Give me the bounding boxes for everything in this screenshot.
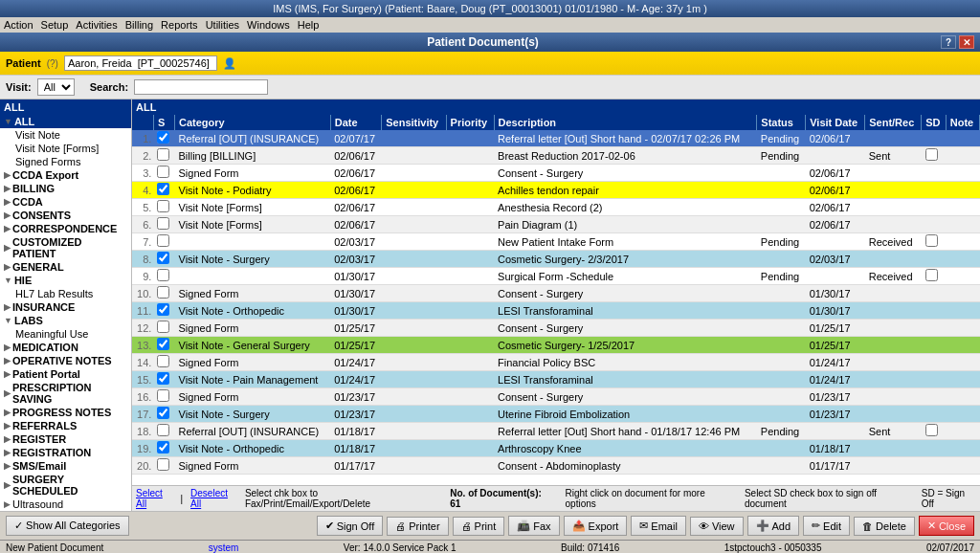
email-button[interactable]: ✉ Email (631, 516, 686, 536)
row-sd-checkbox[interactable] (922, 371, 947, 388)
row-s-checkbox[interactable] (153, 320, 174, 337)
col-status[interactable]: Status (757, 115, 806, 130)
print-button[interactable]: 🖨 Print (453, 517, 505, 536)
menu-billing[interactable]: Billing (125, 19, 153, 31)
menu-reports[interactable]: Reports (161, 19, 198, 31)
sidebar-item-general[interactable]: ▶ GENERAL (0, 260, 131, 274)
sidebar-item-referrals[interactable]: ▶ REFERRALS (0, 419, 131, 432)
row-s-checkbox[interactable] (153, 216, 174, 233)
sidebar-item-medication[interactable]: ▶ MEDICATION (0, 341, 131, 354)
sidebar-item-visit-note-forms[interactable]: Visit Note [Forms] (0, 142, 131, 155)
col-sensitivity[interactable]: Sensitivity (382, 115, 446, 130)
menu-activities[interactable]: Activities (76, 19, 117, 31)
table-row[interactable]: 11.Visit Note - Orthopedic01/30/17LESI T… (132, 302, 980, 320)
row-s-checkbox[interactable] (153, 130, 174, 147)
row-s-checkbox[interactable] (153, 371, 174, 388)
col-visit-date[interactable]: Visit Date (806, 115, 865, 130)
sidebar-item-patient-portal[interactable]: ▶ Patient Portal (0, 367, 131, 381)
sidebar-item-hie[interactable]: ▼ HIE (0, 274, 131, 287)
menu-utilities[interactable]: Utilities (206, 19, 239, 31)
row-sd-checkbox[interactable] (922, 302, 947, 320)
sidebar-item-customized[interactable]: ▶ CUSTOMIZED PATIENT (0, 235, 131, 260)
menu-windows[interactable]: Windows (247, 19, 290, 31)
row-s-checkbox[interactable] (153, 388, 174, 406)
menu-help[interactable]: Help (298, 19, 320, 31)
sidebar-item-billing[interactable]: ▶ BILLING (0, 182, 131, 195)
table-row[interactable]: 3.Signed Form02/06/17Consent - Surgery02… (132, 165, 980, 182)
row-sd-checkbox[interactable] (922, 354, 947, 371)
sidebar-item-ccda-export[interactable]: ▶ CCDA Export (0, 168, 131, 182)
row-sd-checkbox[interactable] (922, 285, 947, 302)
row-s-checkbox[interactable] (153, 182, 174, 199)
col-sd[interactable]: SD (922, 115, 947, 130)
row-sd-checkbox[interactable] (922, 216, 947, 233)
table-row[interactable]: 1.Referral [OUT] (INSURANCE)02/07/17Refe… (132, 130, 980, 147)
row-sd-checkbox[interactable] (922, 457, 947, 475)
sidebar-item-all[interactable]: ▼ ALL (0, 115, 131, 128)
row-sd-checkbox[interactable] (922, 337, 947, 354)
row-sd-checkbox[interactable] (922, 406, 947, 423)
col-note[interactable]: Note (946, 115, 979, 130)
table-row[interactable]: 5.Visit Note [Forms]02/06/17Anesthesia R… (132, 199, 980, 216)
row-sd-checkbox[interactable] (922, 233, 947, 251)
row-sd-checkbox[interactable] (922, 182, 947, 199)
sidebar-item-visit-note[interactable]: Visit Note (0, 128, 131, 142)
table-row[interactable]: 2.Billing [BILLING]02/06/17Breast Reduct… (132, 147, 980, 165)
row-s-checkbox[interactable] (153, 251, 174, 268)
row-sd-checkbox[interactable] (922, 251, 947, 268)
sidebar-item-register[interactable]: ▶ REGISTER (0, 432, 131, 446)
table-row[interactable]: 19.Visit Note - Orthopedic01/18/17Arthro… (132, 440, 980, 457)
help-button[interactable]: ? (941, 35, 956, 49)
sign-off-button[interactable]: ✔ Sign Off (317, 516, 384, 536)
table-row[interactable]: 8.Visit Note - Surgery02/03/17Cosmetic S… (132, 251, 980, 268)
row-s-checkbox[interactable] (153, 406, 174, 423)
sidebar-item-prescription[interactable]: ▶ PRESCRIPTION SAVING (0, 381, 131, 406)
row-sd-checkbox[interactable] (922, 268, 947, 285)
show-all-categories-button[interactable]: ✓ Show All Categories (6, 516, 129, 536)
table-row[interactable]: 4.Visit Note - Podiatry02/06/17Achilles … (132, 182, 980, 199)
row-s-checkbox[interactable] (153, 457, 174, 475)
table-row[interactable]: 7.02/03/17New Patient Intake FormPending… (132, 233, 980, 251)
sidebar-item-operative-notes[interactable]: ▶ OPERATIVE NOTES (0, 354, 131, 367)
row-sd-checkbox[interactable] (922, 423, 947, 440)
row-s-checkbox[interactable] (153, 354, 174, 371)
row-sd-checkbox[interactable] (922, 388, 947, 406)
visit-select[interactable]: All (37, 78, 75, 96)
sidebar-item-meaningful-use[interactable]: Meaningful Use (0, 327, 131, 341)
sidebar-item-sms-email[interactable]: ▶ SMS/Email (0, 459, 131, 473)
col-description[interactable]: Description (494, 115, 757, 130)
sidebar-item-signed-forms[interactable]: Signed Forms (0, 155, 131, 168)
row-sd-checkbox[interactable] (922, 199, 947, 216)
search-input[interactable] (134, 79, 268, 95)
close-button[interactable]: ✕ Close (919, 516, 974, 536)
row-s-checkbox[interactable] (153, 302, 174, 320)
table-row[interactable]: 10.Signed Form01/30/17Consent - Surgery0… (132, 285, 980, 302)
row-sd-checkbox[interactable] (922, 147, 947, 165)
row-s-checkbox[interactable] (153, 285, 174, 302)
delete-button[interactable]: 🗑 Delete (854, 517, 915, 536)
row-s-checkbox[interactable] (153, 165, 174, 182)
col-priority[interactable]: Priority (446, 115, 494, 130)
table-row[interactable]: 12.Signed Form01/25/17Consent - Surgery0… (132, 320, 980, 337)
table-scroll[interactable]: S Category Date Sensitivity Priority Des… (132, 115, 980, 485)
row-s-checkbox[interactable] (153, 199, 174, 216)
table-row[interactable]: 17.Visit Note - Surgery01/23/17Uterine F… (132, 406, 980, 423)
row-s-checkbox[interactable] (153, 423, 174, 440)
sidebar-item-ultrasound[interactable]: ▶ Ultrasound (0, 498, 131, 511)
table-row[interactable]: 16.Signed Form01/23/17Consent - Surgery0… (132, 388, 980, 406)
table-row[interactable]: 13.Visit Note - General Surgery01/25/17C… (132, 337, 980, 354)
sidebar-item-surgery[interactable]: ▶ SURGERY SCHEDULED (0, 473, 131, 498)
sidebar-item-registration[interactable]: ▶ REGISTRATION (0, 446, 131, 459)
edit-button[interactable]: ✏ Edit (803, 516, 850, 536)
row-s-checkbox[interactable] (153, 147, 174, 165)
sidebar-item-hl7[interactable]: HL7 Lab Results (0, 287, 131, 300)
table-row[interactable]: 6.Visit Note [Forms]02/06/17Pain Diagram… (132, 216, 980, 233)
col-category[interactable]: Category (175, 115, 331, 130)
menu-action[interactable]: Action (4, 19, 33, 31)
row-sd-checkbox[interactable] (922, 440, 947, 457)
row-sd-checkbox[interactable] (922, 130, 947, 147)
row-s-checkbox[interactable] (153, 337, 174, 354)
row-sd-checkbox[interactable] (922, 320, 947, 337)
col-date[interactable]: Date (330, 115, 381, 130)
sidebar-item-consents[interactable]: ▶ CONSENTS (0, 209, 131, 222)
